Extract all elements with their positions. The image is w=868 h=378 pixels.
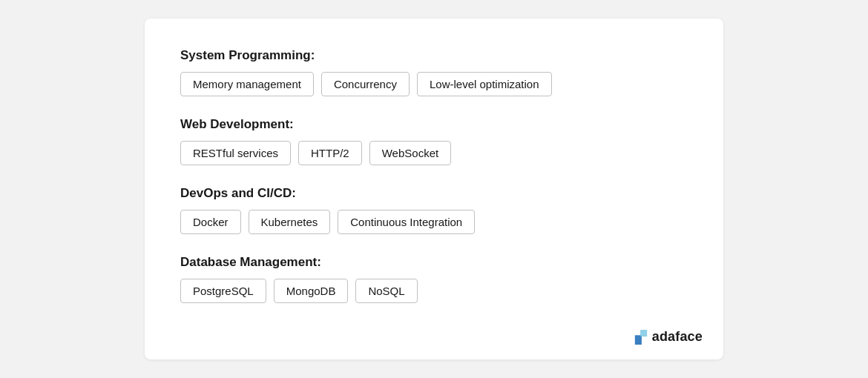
tag-item: PostgreSQL xyxy=(180,279,266,303)
tags-web-development: RESTful servicesHTTP/2WebSocket xyxy=(180,141,688,165)
adaface-icon xyxy=(634,330,648,345)
section-system-programming: System Programming:Memory managementConc… xyxy=(180,48,688,96)
section-database-management: Database Management:PostgreSQLMongoDBNoS… xyxy=(180,255,688,303)
tag-item: Memory management xyxy=(180,72,314,96)
tag-item: Docker xyxy=(180,210,241,234)
section-title-system-programming: System Programming: xyxy=(180,48,688,63)
tag-item: NoSQL xyxy=(355,279,417,303)
brand-name: adaface xyxy=(652,329,703,345)
section-web-development: Web Development:RESTful servicesHTTP/2We… xyxy=(180,117,688,165)
tag-item: Continuous Integration xyxy=(338,210,475,234)
tag-item: Concurrency xyxy=(321,72,410,96)
main-card: System Programming:Memory managementConc… xyxy=(145,19,723,359)
tag-item: RESTful services xyxy=(180,141,291,165)
tags-devops-cicd: DockerKubernetesContinuous Integration xyxy=(180,210,688,234)
section-title-web-development: Web Development: xyxy=(180,117,688,132)
tags-database-management: PostgreSQLMongoDBNoSQL xyxy=(180,279,688,303)
tag-item: MongoDB xyxy=(274,279,349,303)
svg-rect-0 xyxy=(635,335,642,345)
tag-item: WebSocket xyxy=(369,141,451,165)
brand-logo: adaface xyxy=(634,329,703,345)
section-title-database-management: Database Management: xyxy=(180,255,688,270)
svg-rect-1 xyxy=(640,330,647,336)
section-devops-cicd: DevOps and CI/CD:DockerKubernetesContinu… xyxy=(180,186,688,234)
tag-item: Kubernetes xyxy=(249,210,331,234)
tag-item: Low-level optimization xyxy=(417,72,552,96)
tag-item: HTTP/2 xyxy=(298,141,362,165)
tags-system-programming: Memory managementConcurrencyLow-level op… xyxy=(180,72,688,96)
section-title-devops-cicd: DevOps and CI/CD: xyxy=(180,186,688,201)
